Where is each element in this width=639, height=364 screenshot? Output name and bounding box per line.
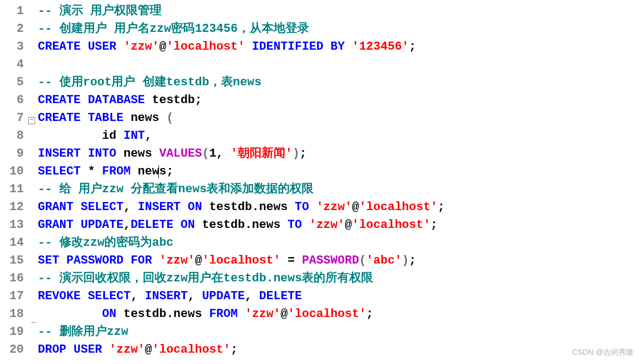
token: , bbox=[188, 289, 202, 303]
token: -- 创建用户 用户名zzw密码123456，从本地登录 bbox=[38, 22, 309, 36]
line-number: 12 bbox=[0, 198, 28, 216]
token: ) bbox=[402, 254, 409, 267]
code-line[interactable]: 11-- 给 用户zzw 分配查看news表和添加数据的权限 bbox=[0, 180, 639, 198]
code-content[interactable]: CREATE USER 'zzw'@'localhost' IDENTIFIED… bbox=[38, 38, 639, 56]
token: new bbox=[138, 165, 159, 178]
token: ; bbox=[195, 93, 202, 107]
line-number: 7 bbox=[0, 109, 28, 127]
token: FROM bbox=[209, 307, 245, 321]
code-content[interactable]: CREATE TABLE news ( bbox=[38, 109, 639, 127]
code-line[interactable]: 14-- 修改zzw的密码为abc bbox=[0, 234, 639, 252]
token: ; bbox=[167, 165, 174, 178]
token: DELETE ON bbox=[131, 218, 202, 232]
code-line[interactable]: 1-- 演示 用户权限管理 bbox=[0, 2, 639, 20]
token: 'localhost' bbox=[152, 343, 230, 356]
code-line[interactable]: 17REVOKE SELECT, INSERT, UPDATE, DELETE bbox=[0, 287, 639, 305]
code-content[interactable]: -- 使用root用户 创建testdb，表news bbox=[38, 73, 639, 91]
line-number: 20 bbox=[0, 341, 28, 359]
token: s bbox=[159, 165, 166, 178]
code-content[interactable]: -- 演示 用户权限管理 bbox=[38, 2, 639, 20]
token: ; bbox=[230, 343, 237, 356]
code-content[interactable]: CREATE DATABASE testdb; bbox=[38, 91, 639, 109]
code-content[interactable]: DROP USER 'zzw'@'localhost'; bbox=[38, 341, 639, 359]
token: @ bbox=[145, 343, 152, 356]
code-line[interactable]: 6CREATE DATABASE testdb; bbox=[0, 91, 639, 109]
token: PASSWORD bbox=[302, 254, 360, 267]
token: @ bbox=[281, 307, 288, 321]
code-line[interactable]: 10SELECT * FROM news; bbox=[0, 163, 639, 180]
token: 'zzw' bbox=[123, 40, 159, 53]
token: -- 演示回收权限，回收zzw用户在testdb.news表的所有权限 bbox=[38, 272, 373, 285]
code-line[interactable]: 16-- 演示回收权限，回收zzw用户在testdb.news表的所有权限 bbox=[0, 269, 639, 287]
code-content[interactable]: INSERT INTO news VALUES(1, '朝阳新闻'); bbox=[38, 145, 639, 163]
line-number: 17 bbox=[0, 287, 28, 305]
line-number: 9 bbox=[0, 145, 28, 163]
line-number: 15 bbox=[0, 252, 28, 269]
code-line[interactable]: 9INSERT INTO news VALUES(1, '朝阳新闻'); bbox=[0, 145, 639, 163]
code-line[interactable]: 18 ON testdb.news FROM 'zzw'@'localhost'… bbox=[0, 305, 639, 323]
watermark: CSDN @吉冈秀隆 bbox=[572, 348, 634, 358]
code-content[interactable]: id INT, bbox=[38, 127, 639, 145]
token: , bbox=[123, 218, 130, 232]
token: INSERT INTO bbox=[38, 147, 123, 160]
token: ; bbox=[366, 307, 373, 321]
code-line[interactable]: 15SET PASSWORD FOR 'zzw'@'localhost' = P… bbox=[0, 252, 639, 269]
token: , bbox=[123, 200, 137, 214]
code-line[interactable]: 20DROP USER 'zzw'@'localhost'; bbox=[0, 341, 639, 359]
code-line[interactable]: 4 bbox=[0, 56, 639, 73]
token: ( bbox=[167, 111, 174, 125]
code-content[interactable]: SET PASSWORD FOR 'zzw'@'localhost' = PAS… bbox=[38, 252, 639, 269]
code-line[interactable]: 8 id INT, bbox=[0, 127, 639, 145]
code-content[interactable]: -- 创建用户 用户名zzw密码123456，从本地登录 bbox=[38, 20, 639, 38]
code-content[interactable]: GRANT UPDATE,DELETE ON testdb.news TO 'z… bbox=[38, 216, 639, 234]
token: ; bbox=[430, 218, 437, 232]
token: @ bbox=[345, 218, 352, 232]
code-line[interactable]: 13GRANT UPDATE,DELETE ON testdb.news TO … bbox=[0, 216, 639, 234]
token: ; bbox=[437, 200, 444, 214]
fold-toggle-icon[interactable]: − bbox=[28, 117, 35, 124]
token: 'localhost' bbox=[288, 307, 366, 321]
code-line[interactable]: 12GRANT SELECT, INSERT ON testdb.news TO… bbox=[0, 198, 639, 216]
token: CREATE DATABASE bbox=[38, 93, 152, 107]
code-content[interactable]: REVOKE SELECT, INSERT, UPDATE, DELETE bbox=[38, 287, 639, 305]
token: FROM bbox=[102, 165, 138, 178]
token: , bbox=[131, 289, 145, 303]
code-content[interactable]: -- 删除用户zzw bbox=[38, 323, 639, 341]
token: testdb bbox=[152, 93, 195, 107]
token: DELETE bbox=[259, 289, 302, 303]
token: INSERT bbox=[145, 289, 188, 303]
token: @ bbox=[159, 40, 166, 53]
code-content[interactable]: -- 演示回收权限，回收zzw用户在testdb.news表的所有权限 bbox=[38, 269, 639, 287]
line-number: 10 bbox=[0, 163, 28, 180]
token: news bbox=[131, 111, 167, 125]
code-content[interactable]: SELECT * FROM news; bbox=[38, 163, 639, 180]
token: CREATE USER bbox=[38, 40, 123, 53]
code-line[interactable]: 3CREATE USER 'zzw'@'localhost' IDENTIFIE… bbox=[0, 38, 639, 56]
code-editor[interactable]: 1-- 演示 用户权限管理2-- 创建用户 用户名zzw密码123456，从本地… bbox=[0, 2, 639, 359]
line-number: 8 bbox=[0, 127, 28, 145]
token: , bbox=[145, 129, 152, 143]
token: 'zzw' bbox=[309, 218, 345, 232]
code-content[interactable]: -- 给 用户zzw 分配查看news表和添加数据的权限 bbox=[38, 180, 639, 198]
code-line[interactable]: 2-- 创建用户 用户名zzw密码123456，从本地登录 bbox=[0, 20, 639, 38]
token: ( bbox=[202, 147, 209, 160]
token: '123456' bbox=[352, 40, 409, 53]
token: CREATE TABLE bbox=[38, 111, 131, 125]
code-line[interactable]: 5-- 使用root用户 创建testdb，表news bbox=[0, 73, 639, 91]
line-number: 16 bbox=[0, 269, 28, 287]
token: ; bbox=[299, 147, 307, 160]
token: news bbox=[123, 147, 159, 160]
token: VALUES bbox=[159, 147, 202, 160]
token: -- 修改zzw的密码为abc bbox=[38, 236, 174, 250]
token: ON bbox=[102, 307, 124, 321]
code-content[interactable]: GRANT SELECT, INSERT ON testdb.news TO '… bbox=[38, 198, 639, 216]
code-content[interactable]: ON testdb.news FROM 'zzw'@'localhost'; bbox=[38, 305, 639, 323]
code-line[interactable]: 7−CREATE TABLE news ( bbox=[0, 109, 639, 127]
token: IDENTIFIED BY bbox=[252, 40, 352, 53]
line-number: 2 bbox=[0, 20, 28, 38]
code-line[interactable]: 19-- 删除用户zzw bbox=[0, 323, 639, 341]
line-number: 3 bbox=[0, 38, 28, 56]
code-content[interactable]: -- 修改zzw的密码为abc bbox=[38, 234, 639, 252]
token bbox=[245, 40, 252, 53]
token: 'zzw' bbox=[109, 343, 145, 356]
